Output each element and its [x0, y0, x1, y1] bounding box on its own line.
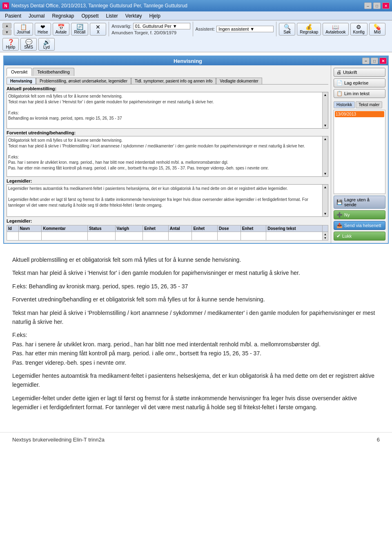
menu-oppsett[interactable]: Oppsett [78, 12, 102, 20]
utskrift-label: Utskrift [343, 70, 357, 75]
utskrift-button[interactable]: 🖨 Utskrift [334, 68, 385, 77]
tab-tekstbehandling[interactable]: Tekstbehandling [33, 68, 74, 76]
nav-down-button[interactable]: ▼ [2, 29, 11, 35]
subtab-tidl[interactable]: Tidl. symptomer, pasient info og annen i… [131, 78, 216, 84]
cell-enhet1[interactable] [143, 232, 169, 241]
x-button[interactable]: ✕ X [90, 23, 106, 36]
menu-hjelp[interactable]: Hjelp [146, 12, 164, 20]
content-para-7: Legemidler hentes autoamtisk fra medikam… [12, 371, 380, 390]
minimize-button[interactable]: – [364, 2, 372, 9]
col-enhet2: Enhet [192, 225, 218, 232]
subtab-vedlagte[interactable]: Vedlagte dokumenter [216, 78, 262, 84]
legemidler-scrollbar[interactable]: ▲ ▼ [322, 185, 328, 216]
send-label: Send via helsenett [344, 223, 381, 228]
left-panel: Oversikt Tekstbehandling Henvisning Prob… [4, 65, 331, 243]
subtab-henvisning[interactable]: Henvisning [7, 78, 36, 84]
forventet-scrollbar[interactable]: ▲ ▼ [322, 136, 328, 176]
menu-journal[interactable]: Journal [25, 12, 48, 20]
cell-navn[interactable] [18, 232, 42, 241]
menu-pasient[interactable]: Pasient [2, 12, 24, 20]
lyd-button[interactable]: 🔊 Lyd [38, 38, 55, 51]
ref-minimize-button[interactable]: – [362, 58, 370, 64]
ref-maximize-button[interactable]: □ [371, 58, 378, 64]
window-title: Nextsys Dental Office, 20/10/2013, Tannl… [11, 3, 187, 9]
recall-label: Recall [74, 30, 85, 34]
aktuell-label: Aktuell problemstilling: [7, 86, 328, 91]
content-para-6: F.eks: Pas. har i senere år utviklet kro… [12, 330, 380, 367]
legemidler-top-text-area[interactable]: Legemidler hentes autoamtisk fra medikam… [7, 184, 328, 217]
table-scroll-up[interactable]: ▲ [324, 233, 327, 236]
aktuell-text: Obligatorisk felt som må fylles ut for å… [8, 94, 321, 121]
close-button[interactable]: ✕ [382, 2, 390, 9]
ref-close-button[interactable]: ✕ [379, 58, 387, 64]
scroll-down-icon3[interactable]: ▼ [323, 211, 328, 216]
sms-button[interactable]: 💬 SMS [20, 38, 37, 51]
cell-scroll: ▲ ▼ [323, 232, 328, 241]
aktuell-text-area[interactable]: Obligatorisk felt som må fylles ut for å… [7, 92, 328, 129]
sok-button[interactable]: 🔍 Søk [279, 23, 295, 36]
ny-button[interactable]: ➕ Ny [334, 210, 385, 219]
lag-epikrise-button[interactable]: 📄 Lag epikrise [334, 78, 385, 87]
lagre-button[interactable]: 💾 Lagre uten å sende [334, 196, 385, 209]
ny-label: Ny [344, 212, 350, 217]
cell-kommentar[interactable] [42, 232, 88, 241]
scroll-up-icon3[interactable]: ▲ [323, 185, 328, 190]
forventet-text-area[interactable]: Obligatorisk felt som må fylles ut for å… [7, 136, 328, 177]
avtalebook-label: Avtalebook [325, 30, 345, 34]
avtalebook-button[interactable]: 📖 Avtalebook [323, 23, 348, 36]
gear-icon: ⚙ [356, 24, 361, 30]
history-tab-tekst-maler[interactable]: Tekst maler [356, 101, 382, 108]
window-controls[interactable]: – □ ✕ [364, 2, 390, 9]
patient-name-label: Amundsen Torgeir, f. 20/09/1979 [111, 30, 176, 35]
cell-dosering[interactable] [266, 232, 323, 241]
journal-label: Journal [17, 30, 30, 34]
cell-id[interactable] [7, 232, 19, 241]
footer-page: 6 [377, 437, 380, 443]
history-tab-historikk[interactable]: Historikk [334, 101, 355, 108]
menu-bar: Pasient Journal Regnskap Oppsett Lister … [0, 11, 392, 20]
send-button[interactable]: 📤 Send via helsenett [334, 221, 385, 230]
assistent-dropdown[interactable]: Ingen assistent ▼ [216, 26, 274, 32]
forventet-label: Forventet utredning/behandling: [7, 130, 328, 135]
tab-oversikt[interactable]: Oversikt [7, 68, 32, 76]
ansvarlig-dropdown[interactable]: 01. Guttulsrud Per ▼ [133, 23, 190, 29]
cell-varigh[interactable] [115, 232, 143, 241]
app-icon: N [2, 2, 9, 9]
maximize-button[interactable]: □ [373, 2, 381, 9]
bottom-buttons: 💾 Lagre uten å sende ➕ Ny 📤 Send via hel… [334, 196, 385, 241]
lim-inn-tekst-button[interactable]: 📋 Lim inn tekst [334, 89, 385, 98]
menu-verktoy[interactable]: Verktøy [122, 12, 145, 20]
helse-button[interactable]: ❤ Helse [35, 23, 51, 36]
cell-enhet3[interactable] [241, 232, 266, 241]
search-icon: 🔍 [284, 24, 291, 30]
konfig-button[interactable]: ⚙ Konfig [350, 23, 368, 36]
lukk-button[interactable]: ✔ Lukk [334, 232, 385, 241]
cell-enhet2[interactable] [192, 232, 218, 241]
avtale-button[interactable]: 📅 Avtale [53, 23, 70, 36]
check-icon: ✔ [336, 233, 341, 239]
cell-antal[interactable] [168, 232, 192, 241]
journal-button[interactable]: 📋 Journal [14, 23, 33, 36]
cell-dose[interactable] [218, 232, 241, 241]
content-para-5: Tekst man har pleid å skrive i 'Problems… [12, 308, 380, 327]
send-icon: 📤 [336, 223, 343, 228]
hjelp-toolbar-button[interactable]: ❓ Hjelp [2, 38, 19, 51]
recall-button[interactable]: 🔄 Recall [71, 23, 88, 36]
nav-up-button[interactable]: ▲ [2, 23, 11, 29]
history-item[interactable]: 13/09/2013 [335, 111, 384, 117]
regnskap-button[interactable]: 💰 Regnskap [297, 23, 321, 36]
subtab-problemstilling[interactable]: Problemstilling, ønsket undersøkelse, le… [36, 78, 131, 84]
legemidler-top-text: Legemidler hentes autoamtisk fra medikam… [8, 186, 321, 208]
table-scroll-down[interactable]: ▼ [324, 236, 327, 239]
ansvarlig-value: 01. Guttulsrud Per [135, 24, 172, 29]
scroll-up-icon2[interactable]: ▲ [323, 136, 328, 142]
scroll-up-icon[interactable]: ▲ [323, 92, 328, 98]
menu-lister[interactable]: Lister [102, 12, 121, 20]
mid-button[interactable]: 💊 Mid [369, 23, 385, 36]
menu-regnskap[interactable]: Regnskap [49, 12, 77, 20]
table-row[interactable]: ▲ ▼ [7, 232, 328, 241]
scroll-down-icon2[interactable]: ▼ [323, 171, 328, 176]
aktuell-scrollbar[interactable]: ▲ ▼ [322, 92, 328, 128]
cell-status[interactable] [87, 232, 115, 241]
scroll-down-icon[interactable]: ▼ [323, 123, 328, 128]
